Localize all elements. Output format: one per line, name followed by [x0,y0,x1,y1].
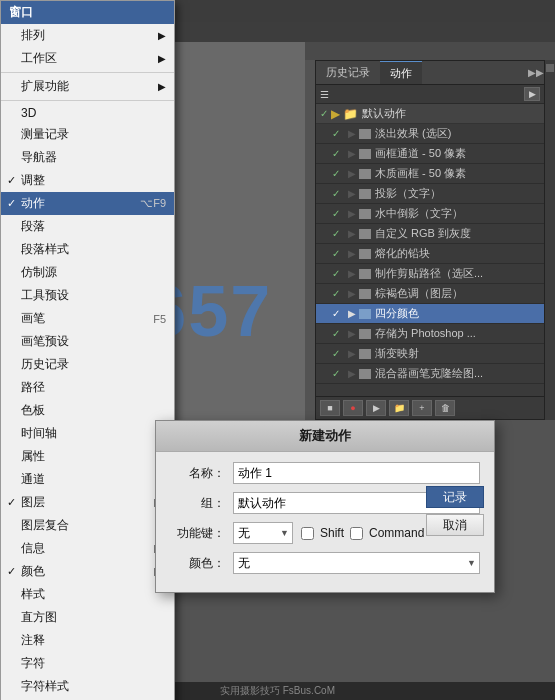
folder-btn[interactable]: 📁 [389,400,409,416]
dialog-checkbox-row: Shift Command [301,526,424,540]
dialog-content: 名称： 组： 默认动作 ▼ 功能键： 无 [156,452,494,592]
arrow-arrange: ▶ [158,30,166,41]
menu-item-properties[interactable]: 属性 [1,445,174,468]
arrow-workspace: ▶ [158,53,166,64]
action-item-12[interactable]: ✓ ▶ 混合器画笔克隆绘图... [316,364,544,384]
shift-label: Shift [320,526,344,540]
dialog-name-input[interactable] [233,462,480,484]
action-item-9[interactable]: ✓ ▶ 四分颜色 [316,304,544,324]
menu-item-brush-preset[interactable]: 画笔预设 [1,330,174,353]
dropdown-menu: 窗口 排列 ▶ 工作区 ▶ 扩展功能 ▶ 3D 测量记录 导航器 ✓ 调整 ✓ … [0,0,175,700]
menu-item-paragraph[interactable]: 段落 [1,215,174,238]
command-checkbox[interactable] [350,527,363,540]
menu-item-notes[interactable]: 注释 [1,629,174,652]
menu-item-char-style[interactable]: 字符样式 [1,675,174,698]
dialog-name-row: 名称： [170,462,480,484]
menu-item-history[interactable]: 历史记录 [1,353,174,376]
dialog-name-label: 名称： [170,465,225,482]
dialog-color-select[interactable]: 无 [233,552,480,574]
action-item-1[interactable]: ✓ ▶ 画框通道 - 50 像素 [316,144,544,164]
menu-item-tool-preset[interactable]: 工具预设 [1,284,174,307]
dialog-group-label: 组： [170,495,225,512]
panel-tabs: 历史记录 动作 ▶▶ [316,61,544,85]
action-item-4[interactable]: ✓ ▶ 水中倒影（文字） [316,204,544,224]
menu-item-swatches[interactable]: 色板 [1,399,174,422]
menu-item-measurement[interactable]: 测量记录 [1,123,174,146]
menu-item-color[interactable]: ✓ 颜色 F6 [1,560,174,583]
record-btn[interactable]: ● [343,400,363,416]
tab-actions[interactable]: 动作 [380,61,422,84]
dialog-shortcut-select-wrapper: 无 ▼ [233,522,293,544]
cancel-button[interactable]: 取消 [426,514,484,536]
menu-item-info[interactable]: 信息 F8 [1,537,174,560]
menu-item-navigator[interactable]: 导航器 [1,146,174,169]
bottom-text: 实用摄影技巧 FsBus.CoM [220,684,335,698]
menu-item-brush[interactable]: 画笔 F5 [1,307,174,330]
shortcut-actions: ⌥F9 [140,197,166,210]
check-layers: ✓ [7,496,16,509]
menu-item-workspace[interactable]: 工作区 ▶ [1,47,174,70]
dialog-btn-row: 记录 取消 [426,486,484,536]
action-item-5[interactable]: ✓ ▶ 自定义 RGB 到灰度 [316,224,544,244]
menu-item-adjust[interactable]: ✓ 调整 [1,169,174,192]
action-item-11[interactable]: ✓ ▶ 渐变映射 [316,344,544,364]
dialog-color-select-wrapper: 无 ▼ [233,552,480,574]
dialog-color-label: 颜色： [170,555,225,572]
dialog-title: 新建动作 [156,421,494,452]
action-group-name: 默认动作 [362,106,406,121]
delete-btn[interactable]: 🗑 [435,400,455,416]
dialog-shortcut-select[interactable]: 无 [233,522,293,544]
menu-item-para-style[interactable]: 段落样式 [1,238,174,261]
actions-list: ✓ ▶ 淡出效果 (选区) ✓ ▶ 画框通道 - 50 像素 ✓ ▶ 木质画框 … [316,124,544,412]
menu-item-clone-src[interactable]: 仿制源 [1,261,174,284]
play-btn[interactable]: ▶ [366,400,386,416]
panel-bottom-toolbar: ■ ● ▶ 📁 + 🗑 [316,396,544,419]
check-adjust: ✓ [7,174,16,187]
menu-item-styles[interactable]: 样式 [1,583,174,606]
menu-item-layer-comps[interactable]: 图层复合 [1,514,174,537]
right-panel-strip [545,60,555,420]
actions-panel: 历史记录 动作 ▶▶ ☰ ▶ ✓ ▶ 📁 默认动作 ✓ ▶ 淡出效果 (选区) … [315,60,545,420]
action-group-header[interactable]: ✓ ▶ 📁 默认动作 [316,104,544,124]
menu-item-actions[interactable]: ✓ 动作 ⌥F9 [1,192,174,215]
dialog-color-row: 颜色： 无 ▼ [170,552,480,574]
check-actions: ✓ [7,197,16,210]
record-button[interactable]: 记录 [426,486,484,508]
sep-1 [1,72,174,73]
action-item-0[interactable]: ✓ ▶ 淡出效果 (选区) [316,124,544,144]
panel-toolbar: ☰ ▶ [316,85,544,104]
menu-item-layers[interactable]: ✓ 图层 F7 [1,491,174,514]
panel-menu-icon[interactable]: ▶▶ [528,65,544,81]
menu-item-arrange[interactable]: 排列 ▶ [1,24,174,47]
command-label: Command [369,526,424,540]
sep-2 [1,100,174,101]
panel-collapse-btn[interactable] [546,64,554,72]
menu-item-timeline[interactable]: 时间轴 [1,422,174,445]
shortcut-brush: F5 [153,313,166,325]
dialog-shortcut-label: 功能键： [170,525,225,542]
panel-tool-left: ☰ [320,89,333,100]
action-item-6[interactable]: ✓ ▶ 熔化的铅块 [316,244,544,264]
action-item-3[interactable]: ✓ ▶ 投影（文字） [316,184,544,204]
shift-checkbox[interactable] [301,527,314,540]
menu-item-3d[interactable]: 3D [1,103,174,123]
menu-item-extensions[interactable]: 扩展功能 ▶ [1,75,174,98]
panel-right-tools: ▶ [524,87,540,101]
action-item-8[interactable]: ✓ ▶ 棕褐色调（图层） [316,284,544,304]
action-item-2[interactable]: ✓ ▶ 木质画框 - 50 像素 [316,164,544,184]
menu-item-channels[interactable]: 通道 [1,468,174,491]
action-item-10[interactable]: ✓ ▶ 存储为 Photoshop ... [316,324,544,344]
menu-item-paths[interactable]: 路径 [1,376,174,399]
tab-history[interactable]: 历史记录 [316,61,380,84]
action-item-7[interactable]: ✓ ▶ 制作剪贴路径（选区... [316,264,544,284]
arrow-extensions: ▶ [158,81,166,92]
new-action-btn[interactable]: + [412,400,432,416]
new-action-dialog: 新建动作 名称： 组： 默认动作 ▼ 功能键： [155,420,495,593]
stop-btn[interactable]: ■ [320,400,340,416]
menu-item-histogram[interactable]: 直方图 [1,606,174,629]
dropdown-header: 窗口 [1,1,174,24]
panel-tool-btn-1[interactable]: ▶ [524,87,540,101]
check-color: ✓ [7,565,16,578]
menu-item-char[interactable]: 字符 [1,652,174,675]
